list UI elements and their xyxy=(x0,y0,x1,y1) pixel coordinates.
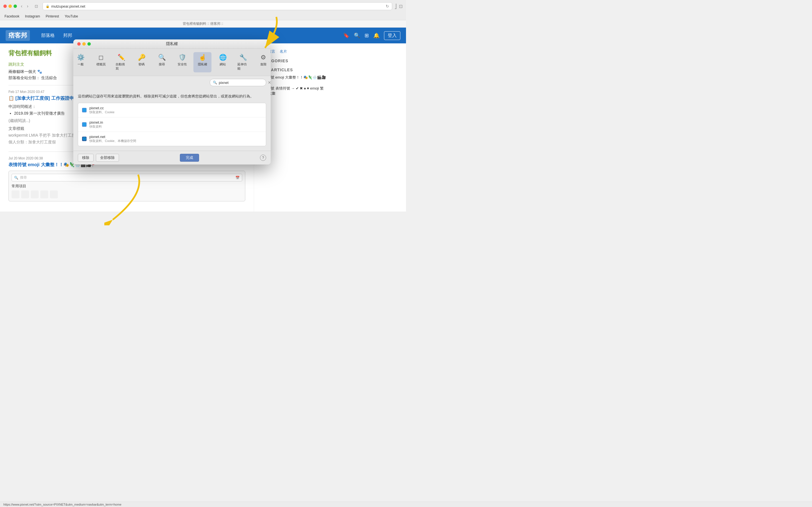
site-info-3: pixnet.net 快取資料、Cookie、本機儲存空間 xyxy=(89,135,136,143)
website-label: 網站 xyxy=(220,62,226,66)
website-icon: 🌐 xyxy=(219,54,227,61)
site-item-3[interactable]: 🌐 pixnet.net 快取資料、Cookie、本機儲存空間 xyxy=(78,132,266,146)
pref-tool-tabs[interactable]: ◻ 標籤頁 xyxy=(92,52,110,72)
privacy-icon: ☝️ xyxy=(199,54,206,61)
pref-minimize[interactable] xyxy=(82,42,86,46)
site-name-2: pixnet.in xyxy=(89,120,103,124)
pref-tool-security[interactable]: 🛡️ 安全性 xyxy=(173,52,191,72)
pref-search-input[interactable] xyxy=(219,80,266,85)
general-label: 一般 xyxy=(78,62,84,66)
extensions-icon: 🔧 xyxy=(239,54,247,61)
site-item-1[interactable]: 🌐 pixnet.cc 快取資料、Cookie xyxy=(78,103,266,117)
pref-search-icon: 🔍 xyxy=(213,80,217,84)
password-icon: 🔑 xyxy=(138,54,146,61)
pref-site-list: 🌐 pixnet.cc 快取資料、Cookie 🌐 pixnet.in 快取資料… xyxy=(78,103,266,146)
general-icon: ⚙️ xyxy=(77,54,85,61)
pref-maximize[interactable] xyxy=(87,42,91,46)
pref-clear-button[interactable]: ✕ xyxy=(268,80,271,85)
site-favicon-1: 🌐 xyxy=(82,108,87,112)
security-icon: 🛡️ xyxy=(179,54,186,61)
extensions-label: 延伸功能 xyxy=(238,62,249,71)
security-label: 安全性 xyxy=(177,62,187,66)
password-label: 密碼 xyxy=(139,62,145,66)
pref-close[interactable] xyxy=(77,42,81,46)
pref-title: 隱私權 xyxy=(166,41,178,47)
pref-tool-advanced[interactable]: ⚙ 進階 xyxy=(254,52,272,72)
pref-search-input-wrap[interactable]: 🔍 ✕ xyxy=(210,79,266,86)
arrow-annotation-up xyxy=(104,169,149,226)
search-pref-icon: 🔍 xyxy=(158,54,166,61)
autofill-label: 自動填寫 xyxy=(116,62,127,71)
pref-tool-extensions[interactable]: 🔧 延伸功能 xyxy=(234,52,252,72)
remove-button[interactable]: 移除 xyxy=(78,154,94,162)
site-details-1: 快取資料、Cookie xyxy=(89,110,114,114)
help-button[interactable]: ? xyxy=(260,155,266,161)
pref-tool-general[interactable]: ⚙️ 一般 xyxy=(71,52,90,72)
pref-footer: 移除 全部移除 完成 ? xyxy=(73,151,271,165)
pref-toolbar: ⚙️ 一般 ◻ 標籤頁 ✏️ 自動填寫 🔑 密碼 🔍 搜尋 🛡️ 安全性 xyxy=(73,49,271,76)
pref-tool-website[interactable]: 🌐 網站 xyxy=(214,52,232,72)
pref-titlebar: 隱私權 xyxy=(73,40,271,49)
pref-search-bar: 🔍 ✕ xyxy=(73,76,271,89)
site-favicon-3: 🌐 xyxy=(82,136,87,141)
pref-tool-privacy[interactable]: ☝️ 隱私權 xyxy=(193,52,211,72)
pref-description: 這些網站已儲存可用來追蹤瀏覽的資料。移除資料可減少追蹤，但也會將您從網站登出，或… xyxy=(78,94,266,100)
done-button[interactable]: 完成 xyxy=(180,154,199,162)
preferences-window: 隱私權 ⚙️ 一般 ◻ 標籤頁 ✏️ 自動填寫 🔑 密碼 🔍 搜尋 xyxy=(73,40,271,165)
site-details-2: 快取資料 xyxy=(89,124,103,129)
pref-tool-search[interactable]: 🔍 搜尋 xyxy=(153,52,171,72)
pref-traffic-lights xyxy=(77,42,91,46)
site-info-2: pixnet.in 快取資料 xyxy=(89,120,103,129)
dialog-overlay: 隱私權 ⚙️ 一般 ◻ 標籤頁 ✏️ 自動填寫 🔑 密碼 🔍 搜尋 xyxy=(0,0,406,253)
site-name-3: pixnet.net xyxy=(89,135,136,139)
remove-all-button[interactable]: 全部移除 xyxy=(96,154,119,162)
site-details-3: 快取資料、Cookie、本機儲存空間 xyxy=(89,139,136,143)
tabs-label: 標籤頁 xyxy=(96,62,106,66)
site-info-1: pixnet.cc 快取資料、Cookie xyxy=(89,106,114,114)
site-favicon-2: 🌐 xyxy=(82,122,87,127)
tabs-icon: ◻ xyxy=(98,54,103,61)
advanced-label: 進階 xyxy=(260,62,266,66)
autofill-icon: ✏️ xyxy=(117,54,125,61)
search-pref-label: 搜尋 xyxy=(159,62,165,66)
pref-tool-autofill[interactable]: ✏️ 自動填寫 xyxy=(112,52,130,72)
site-item-2[interactable]: 🌐 pixnet.in 快取資料 xyxy=(78,117,266,132)
pref-body: 這些網站已儲存可用來追蹤瀏覽的資料。移除資料可減少追蹤，但也會將您從網站登出，或… xyxy=(73,89,271,151)
advanced-icon: ⚙ xyxy=(260,54,266,61)
site-name-1: pixnet.cc xyxy=(89,106,114,110)
pref-tool-password[interactable]: 🔑 密碼 xyxy=(133,52,151,72)
privacy-label: 隱私權 xyxy=(198,62,207,66)
